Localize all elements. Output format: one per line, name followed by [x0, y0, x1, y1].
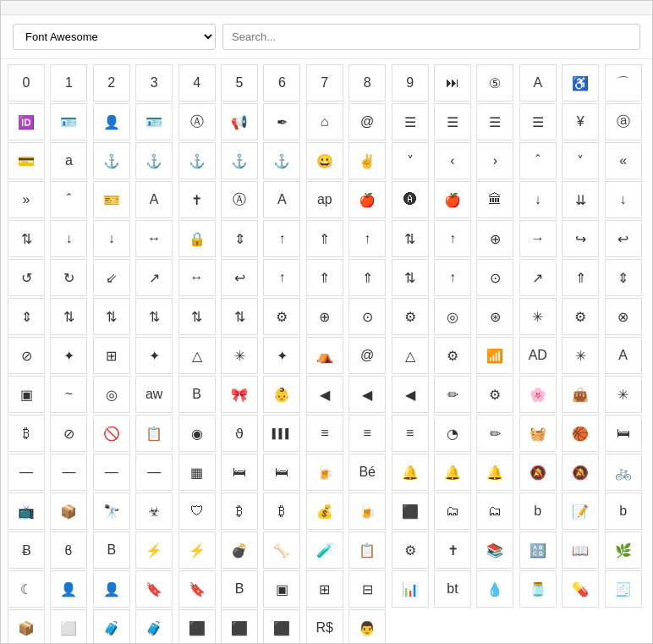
icon-cell[interactable]: 6: [263, 64, 300, 102]
icon-cell[interactable]: 🦴: [263, 531, 300, 569]
icon-cell[interactable]: ϑ: [221, 415, 258, 452]
icon-cell[interactable]: b: [605, 493, 642, 530]
icon-cell[interactable]: Ⓐ: [178, 103, 216, 140]
icon-cell[interactable]: 💧: [476, 570, 513, 608]
icon-cell[interactable]: ⊕: [476, 220, 513, 257]
icon-cell[interactable]: 🔔: [476, 454, 513, 491]
icon-cell[interactable]: aw: [135, 376, 173, 413]
icon-cell[interactable]: ↺: [8, 259, 45, 296]
icon-cell[interactable]: ≡: [392, 415, 429, 452]
icon-grid-container[interactable]: 0123456789⏭⑤A♿⌒🆔🪪👤🪪Ⓐ📢✒⌂@☰☰☰☰¥ⓐ💳a⚓⚓⚓⚓⚓😀✌˅…: [1, 59, 652, 643]
icon-cell[interactable]: 🛏: [263, 454, 300, 491]
icon-cell[interactable]: ⬛: [221, 609, 258, 643]
icon-cell[interactable]: ↑: [348, 220, 386, 257]
icon-cell[interactable]: ☣: [135, 493, 173, 530]
icon-cell[interactable]: ⊟: [348, 570, 386, 608]
icon-cell[interactable]: 🏀: [562, 415, 599, 452]
icon-cell[interactable]: ◎: [434, 298, 471, 335]
icon-cell[interactable]: 2: [93, 64, 130, 102]
icon-cell[interactable]: ~: [50, 376, 87, 413]
icon-cell[interactable]: ✳: [221, 337, 258, 374]
icon-cell[interactable]: 📢: [221, 103, 258, 140]
icon-cell[interactable]: ✦: [50, 337, 87, 374]
icon-cell[interactable]: ⇅: [135, 298, 173, 335]
icon-cell[interactable]: 🎫: [93, 181, 130, 218]
icon-cell[interactable]: ☰: [434, 103, 471, 140]
icon-cell[interactable]: R$: [306, 609, 343, 643]
icon-cell[interactable]: 🍎: [348, 181, 386, 218]
icon-cell[interactable]: ↑: [434, 259, 471, 296]
icon-cell[interactable]: ⊙: [348, 298, 386, 335]
icon-cell[interactable]: ☰: [476, 103, 513, 140]
icon-cell[interactable]: bt: [434, 570, 471, 608]
icon-cell[interactable]: 8: [348, 64, 386, 102]
icon-cell[interactable]: ⇑: [562, 259, 599, 296]
icon-cell[interactable]: 👤: [93, 570, 130, 608]
icon-cell[interactable]: ⇅: [221, 298, 258, 335]
icon-cell[interactable]: ⚙: [562, 298, 599, 335]
icon-cell[interactable]: ⚙: [476, 376, 513, 413]
icon-cell[interactable]: ▦: [178, 454, 216, 491]
icon-cell[interactable]: 9: [392, 64, 429, 102]
icon-cell[interactable]: ₿: [263, 493, 300, 530]
icon-cell[interactable]: 🌸: [519, 376, 557, 413]
icon-cell[interactable]: ⚓: [93, 142, 130, 179]
icon-cell[interactable]: 3: [135, 64, 173, 102]
icon-cell[interactable]: Ƀ: [8, 531, 45, 569]
icon-cell[interactable]: ↑: [263, 259, 300, 296]
icon-cell[interactable]: 🆔: [8, 103, 45, 140]
icon-cell[interactable]: ☾: [8, 570, 45, 608]
icon-cell[interactable]: 🍺: [306, 454, 343, 491]
icon-cell[interactable]: ☰: [392, 103, 429, 140]
icon-cell[interactable]: ⊛: [476, 298, 513, 335]
icon-cell[interactable]: 🔔: [392, 454, 429, 491]
icon-cell[interactable]: ¥: [562, 103, 599, 140]
icon-cell[interactable]: △: [178, 337, 216, 374]
icon-cell[interactable]: —: [8, 454, 45, 491]
icon-cell[interactable]: ⇙: [93, 259, 130, 296]
icon-cell[interactable]: ☰: [519, 103, 557, 140]
icon-cell[interactable]: ↪: [562, 220, 599, 257]
icon-cell[interactable]: 🔠: [519, 531, 557, 569]
icon-cell[interactable]: 👶: [263, 376, 300, 413]
icon-cell[interactable]: a: [50, 142, 87, 179]
icon-cell[interactable]: ⛺: [306, 337, 343, 374]
icon-cell[interactable]: B: [178, 376, 216, 413]
icon-cell[interactable]: 🔭: [93, 493, 130, 530]
icon-cell[interactable]: ↓: [50, 220, 87, 257]
icon-cell[interactable]: 🍺: [348, 493, 386, 530]
icon-cell[interactable]: ⊞: [93, 337, 130, 374]
icon-cell[interactable]: »: [8, 181, 45, 218]
icon-cell[interactable]: 🌿: [605, 531, 642, 569]
icon-cell[interactable]: ⇕: [8, 298, 45, 335]
icon-cell[interactable]: ✏: [476, 415, 513, 452]
icon-cell[interactable]: 🛏: [605, 415, 642, 452]
icon-cell[interactable]: ⊕: [306, 298, 343, 335]
icon-cell[interactable]: ✝: [434, 531, 471, 569]
icon-cell[interactable]: 😀: [306, 142, 343, 179]
icon-cell[interactable]: ⊞: [306, 570, 343, 608]
icon-cell[interactable]: 🔔: [434, 454, 471, 491]
icon-cell[interactable]: 📦: [8, 609, 45, 643]
icon-cell[interactable]: ⇑: [306, 220, 343, 257]
icon-cell[interactable]: 🧳: [93, 609, 130, 643]
icon-cell[interactable]: B: [221, 570, 258, 608]
icon-cell[interactable]: —: [93, 454, 130, 491]
icon-cell[interactable]: ⇅: [392, 220, 429, 257]
icon-cell[interactable]: 💊: [562, 570, 599, 608]
icon-cell[interactable]: 🅐: [392, 181, 429, 218]
icon-cell[interactable]: ◉: [178, 415, 216, 452]
icon-cell[interactable]: ‹: [434, 142, 471, 179]
icon-cell[interactable]: 5: [221, 64, 258, 102]
icon-cell[interactable]: b: [519, 493, 557, 530]
icon-cell[interactable]: —: [50, 454, 87, 491]
icon-cell[interactable]: →: [519, 220, 557, 257]
icon-cell[interactable]: ⇊: [562, 181, 599, 218]
icon-cell[interactable]: ⌒: [605, 64, 642, 102]
icon-cell[interactable]: ⇅: [392, 259, 429, 296]
icon-cell[interactable]: 🔖: [135, 570, 173, 608]
icon-cell[interactable]: 🚫: [93, 415, 130, 452]
icon-cell[interactable]: A: [605, 337, 642, 374]
icon-cell[interactable]: A: [263, 181, 300, 218]
icon-cell[interactable]: ▣: [263, 570, 300, 608]
